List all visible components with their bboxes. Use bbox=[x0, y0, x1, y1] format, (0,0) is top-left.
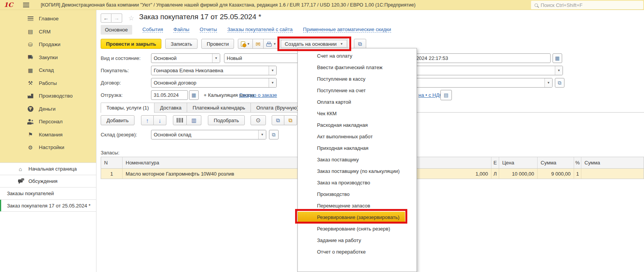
column-header-unit[interactable]: Е bbox=[491, 157, 499, 168]
column-header-amount[interactable]: Сумма bbox=[538, 157, 574, 168]
open-reference-button[interactable]: ⧉ bbox=[555, 78, 564, 88]
cell-row-number[interactable]: 1 bbox=[101, 169, 123, 179]
sidebar-item-works[interactable]: ⚒Работы bbox=[0, 77, 96, 90]
contract-select[interactable]: Основной договор ▼ bbox=[151, 78, 277, 88]
cell-quantity[interactable]: 1,000 bbox=[419, 169, 491, 179]
forward-button[interactable]: → bbox=[111, 13, 122, 23]
create-based-on-button[interactable]: Создать на основании ▼ bbox=[280, 39, 348, 49]
cell-price[interactable]: 10 000,00 bbox=[499, 169, 538, 179]
price-terms-link[interactable]: на • с НДС bbox=[418, 90, 443, 100]
link-reports[interactable]: Отчеты bbox=[200, 27, 217, 33]
column-header-discount[interactable]: % bbox=[574, 157, 581, 168]
paste-rows-button[interactable]: ⧉ bbox=[284, 115, 297, 125]
cell-unit[interactable]: Л bbox=[491, 169, 499, 179]
sidebar-item-warehouse[interactable]: ▦Склад bbox=[0, 64, 96, 77]
warehouse-select[interactable]: Основной склад ▼ bbox=[151, 130, 266, 139]
barcode-scan-button[interactable] bbox=[173, 115, 187, 125]
menu-item-reserve[interactable]: Резервирование (зарезервировать) bbox=[298, 212, 405, 223]
move-row-up-button[interactable]: ↑ bbox=[141, 115, 154, 125]
menu-item-work-completion-act[interactable]: Акт выполненных работ bbox=[298, 131, 417, 143]
send-email-button[interactable]: ✉ bbox=[253, 39, 264, 49]
cell-amount[interactable]: 9 000,00 bbox=[538, 169, 574, 179]
order-kind-select[interactable]: Основной ▼ bbox=[151, 53, 220, 63]
post-button[interactable]: Провести bbox=[201, 39, 234, 49]
tab-payment[interactable]: Оплата (Вручную) bbox=[251, 103, 304, 113]
customer-order-document-tab[interactable]: Заказ покупателя 17 от 25.05.2024 * bbox=[0, 199, 96, 212]
customer-select[interactable]: Гончарова Елена Николаевна ▼ bbox=[151, 66, 277, 75]
menu-item-supplier-order[interactable]: Заказ поставщику bbox=[298, 154, 417, 166]
link-auto-discounts[interactable]: Примененные автоматические скидки bbox=[303, 27, 391, 33]
menu-item-unreserve[interactable]: Резервирование (снять резерв) bbox=[298, 223, 417, 235]
sidebar-item-sales[interactable]: ⛁Продажи bbox=[0, 38, 96, 51]
add-row-button[interactable]: Добавить bbox=[101, 115, 134, 125]
chevron-down-icon[interactable]: ▼ bbox=[269, 66, 276, 75]
link-events[interactable]: События bbox=[143, 27, 163, 33]
sidebar-item-company[interactable]: ⚑Компания bbox=[0, 128, 96, 141]
menu-item-processing-report[interactable]: Отчет о переработке bbox=[298, 246, 417, 258]
sidebar-item-personnel[interactable]: Персонал bbox=[0, 115, 96, 128]
menu-item-invoice[interactable]: Счет на оплату bbox=[298, 50, 417, 62]
datetime-calendar-button[interactable]: ▦ bbox=[553, 53, 562, 63]
menu-item-actual-payment[interactable]: Ввести фактический платеж bbox=[298, 62, 417, 73]
view-settings-button[interactable]: ⊙ bbox=[251, 115, 266, 125]
right-select-field-1[interactable]: ▼ bbox=[400, 66, 563, 75]
price-list-button[interactable]: ▤ bbox=[440, 90, 452, 100]
menu-item-cash-receipt[interactable]: Поступление в кассу bbox=[298, 73, 417, 85]
post-and-close-button[interactable]: Провести и закрыть bbox=[101, 39, 161, 49]
column-header-n[interactable]: N bbox=[101, 157, 123, 168]
column-header-price[interactable]: Цена bbox=[499, 157, 538, 168]
menu-item-stock-transfer[interactable]: Перемещение запасов bbox=[298, 200, 417, 212]
link-files[interactable]: Файлы bbox=[173, 27, 189, 33]
menu-item-kkm-check[interactable]: Чек ККМ bbox=[298, 108, 417, 119]
copy-rows-button[interactable]: ⧉ bbox=[272, 115, 284, 125]
discussions-tab[interactable]: Обсуждения bbox=[0, 175, 96, 187]
sidebar-item-production[interactable]: Производство bbox=[0, 90, 96, 103]
save-button[interactable]: Записать bbox=[165, 39, 198, 49]
right-select-field-2[interactable]: ▼ bbox=[400, 78, 553, 88]
sidebar-item-crm[interactable]: ▤CRM bbox=[0, 25, 96, 38]
cell-discount[interactable]: 1 bbox=[574, 169, 581, 179]
sidebar-item-purchases[interactable]: ⛟Закупки bbox=[0, 51, 96, 64]
order-summary-link[interactable]: Сводно о заказе bbox=[239, 90, 277, 100]
column-header-quantity[interactable] bbox=[419, 157, 491, 168]
column-header-amount2[interactable]: Сумма bbox=[581, 157, 644, 168]
data-terminal-button[interactable]: ▥ bbox=[187, 115, 201, 125]
chevron-down-icon[interactable]: ▼ bbox=[269, 78, 276, 87]
tab-delivery[interactable]: Доставка bbox=[154, 103, 187, 113]
open-warehouse-button[interactable]: ⧉ bbox=[269, 130, 279, 139]
tab-goods-services[interactable]: Товары, услуги (1) bbox=[101, 103, 154, 113]
sidebar-item-main[interactable]: Главное bbox=[0, 12, 96, 25]
tab-payment-calendar[interactable]: Платежный календарь bbox=[187, 103, 251, 113]
link-site-orders[interactable]: Заказы покупателей с сайта bbox=[227, 27, 293, 33]
chevron-down-icon[interactable]: ▼ bbox=[212, 54, 220, 63]
print-button[interactable]: ▼ bbox=[264, 39, 279, 49]
chevron-down-icon[interactable]: ▼ bbox=[544, 78, 552, 87]
chevron-down-icon[interactable]: ▼ bbox=[258, 130, 266, 139]
sidebar-item-settings[interactable]: ⚙Настройки bbox=[0, 141, 96, 154]
shipping-calendar-button[interactable]: ▦ bbox=[189, 90, 199, 100]
menu-item-production-order[interactable]: Заказ на производство bbox=[298, 177, 417, 189]
home-page-tab[interactable]: ⌂Начальная страница bbox=[0, 163, 96, 175]
shipping-date-field[interactable]: 31.05.2024 bbox=[151, 90, 188, 100]
cell-amount2[interactable] bbox=[581, 169, 644, 179]
main-menu-icon[interactable] bbox=[23, 3, 29, 7]
sidebar-item-money[interactable]: ₸Деньги bbox=[0, 103, 96, 116]
tab-main[interactable]: Основное bbox=[101, 25, 132, 35]
menu-item-supplier-order-calc[interactable]: Заказ поставщику (по калькуляции) bbox=[298, 166, 417, 177]
pick-items-button[interactable]: Подобрать bbox=[208, 115, 245, 125]
document-structure-button[interactable]: ⧉ bbox=[354, 39, 366, 49]
customer-orders-list-tab[interactable]: Заказы покупателей bbox=[0, 187, 96, 199]
menu-item-goods-receipt[interactable]: Приходная накладная bbox=[298, 143, 417, 154]
chevron-down-icon[interactable]: ▼ bbox=[555, 66, 563, 75]
document-datetime-field[interactable]: 25.05.2024 22:17:53 bbox=[400, 53, 551, 63]
favorite-star-icon[interactable]: ☆ bbox=[128, 14, 134, 22]
menu-item-bank-receipt[interactable]: Поступление на счет bbox=[298, 85, 417, 96]
global-search-input[interactable]: Поиск Ctrl+Shift+F bbox=[531, 1, 643, 9]
menu-item-production[interactable]: Производство bbox=[298, 189, 417, 200]
menu-item-work-task[interactable]: Задание на работу bbox=[298, 235, 417, 246]
menu-item-card-payment[interactable]: Оплата картой bbox=[298, 96, 417, 108]
menu-item-goods-issue[interactable]: Расходная накладная bbox=[298, 119, 417, 131]
move-row-down-button[interactable]: ↓ bbox=[154, 115, 166, 125]
create-task-button[interactable]: ▼ bbox=[238, 39, 253, 49]
back-button[interactable]: ← bbox=[101, 13, 111, 23]
